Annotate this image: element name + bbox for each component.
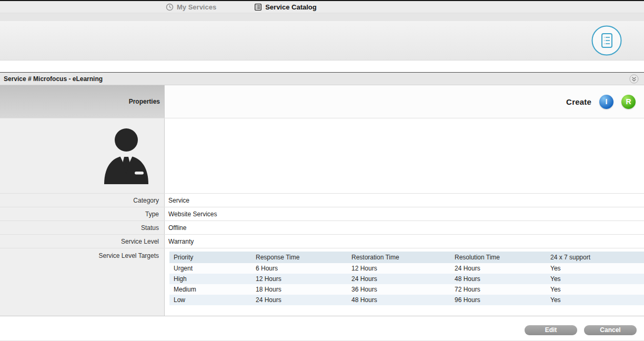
edit-button[interactable]: Edit [525, 325, 577, 335]
clock-icon [166, 3, 174, 11]
slt-cell: Yes [546, 274, 644, 284]
slt-row-medium: Medium 18 Hours 36 Hours 72 Hours Yes [169, 284, 644, 295]
targets-table-cell: Priority Response Time Restoration Time … [165, 248, 644, 316]
slt-cell: Yes [546, 284, 644, 295]
service-avatar-icon [100, 126, 153, 185]
spacer [0, 61, 644, 72]
slt-row-low: Low 24 Hours 48 Hours 96 Hours Yes [169, 295, 644, 305]
slt-row-high: High 12 Hours 24 Hours 48 Hours Yes [169, 274, 644, 284]
tab-service-catalog[interactable]: Service Catalog [254, 3, 317, 11]
slt-header-cell: Response Time [251, 252, 347, 263]
field-row-service-level: Service Level Warranty [0, 234, 644, 248]
field-row-category: Category Service [0, 193, 644, 207]
avatar-cell [0, 118, 165, 193]
slt-header-cell: Priority [169, 252, 251, 263]
field-value: Website Services [165, 207, 644, 220]
incident-icon: I [606, 97, 608, 106]
slt-cell: 12 Hours [251, 274, 347, 284]
slt-cell: 72 Hours [450, 284, 546, 295]
section-header: Service # Microfocus - eLearning [0, 72, 644, 85]
tab-my-services[interactable]: My Services [166, 3, 216, 11]
chevron-double-down-icon [629, 74, 639, 84]
slt-cell: Urgent [169, 263, 251, 274]
slt-cell: 36 Hours [347, 284, 450, 295]
catalog-icon [254, 3, 262, 11]
slt-cell: High [169, 274, 251, 284]
properties-header-row: Properties Create I R [0, 85, 644, 118]
header-band [0, 21, 644, 61]
tab-label: My Services [177, 3, 216, 11]
slt-header-cell: Restoration Time [347, 252, 450, 263]
targets-label: Service Level Targets [0, 248, 165, 316]
create-incident-button[interactable]: I [599, 95, 613, 109]
field-row-status: Status Offline [0, 220, 644, 234]
service-level-targets-table: Priority Response Time Restoration Time … [169, 252, 644, 305]
request-icon: R [626, 97, 631, 106]
field-label: Status [0, 221, 165, 234]
field-label: Category [0, 194, 165, 207]
slt-row-urgent: Urgent 6 Hours 12 Hours 24 Hours Yes [169, 263, 644, 274]
field-row-type: Type Website Services [0, 207, 644, 220]
slt-cell: Yes [546, 263, 644, 274]
slt-cell: 24 Hours [450, 263, 546, 274]
slt-cell: Yes [546, 295, 644, 305]
slt-header-row: Priority Response Time Restoration Time … [169, 252, 644, 263]
properties-label: Properties [129, 98, 160, 105]
slt-cell: Medium [169, 284, 251, 295]
slt-cell: 48 Hours [347, 295, 450, 305]
field-label: Service Level [0, 235, 165, 248]
slt-cell: 96 Hours [450, 295, 546, 305]
tab-label: Service Catalog [265, 3, 317, 11]
document-circle-icon [591, 25, 622, 56]
slt-cell: 24 Hours [251, 295, 347, 305]
catalog-circle-button[interactable] [591, 25, 622, 56]
header-band-upper [0, 13, 644, 21]
avatar-row [0, 118, 644, 193]
properties-panel: Properties Create I R [0, 85, 644, 316]
slt-cell: 24 Hours [347, 274, 450, 284]
section-title: Service # Microfocus - eLearning [4, 75, 103, 83]
slt-cell: 48 Hours [450, 274, 546, 284]
slt-cell: 18 Hours [251, 284, 347, 295]
collapse-button[interactable] [629, 74, 639, 84]
footer-bar: Edit Cancel [0, 316, 644, 341]
field-value: Service [165, 194, 644, 207]
service-level-targets-row: Service Level Targets Priority Response … [0, 248, 644, 316]
slt-cell: 6 Hours [251, 263, 347, 274]
slt-header-cell: Resolution Time [450, 252, 546, 263]
field-value: Warranty [165, 235, 644, 248]
slt-cell: 12 Hours [347, 263, 450, 274]
create-bar: Create I R [165, 85, 644, 118]
field-label: Type [0, 207, 165, 220]
field-value: Offline [165, 221, 644, 234]
create-label: Create [566, 97, 591, 106]
slt-header-cell: 24 x 7 support [546, 252, 644, 263]
avatar-row-blank [165, 118, 644, 193]
create-request-button[interactable]: R [621, 95, 636, 109]
screen: My Services Service Catalog [0, 0, 644, 341]
tab-bar: My Services Service Catalog [0, 1, 644, 13]
properties-tab: Properties [0, 85, 165, 118]
slt-cell: Low [169, 295, 251, 305]
cancel-button[interactable]: Cancel [584, 325, 637, 335]
